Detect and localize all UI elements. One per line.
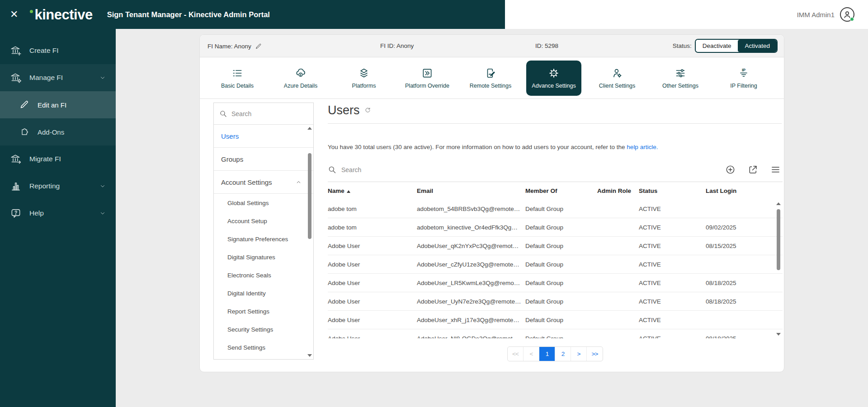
layers-icon (358, 67, 370, 79)
settings-nav-panel: Users Groups Account Settings Global Set… (213, 103, 314, 360)
subnav-signature-preferences[interactable]: Signature Preferences (214, 230, 313, 248)
sidebar-item-edit-an-fi[interactable]: Edit an FI (0, 91, 116, 118)
tab-basic-details[interactable]: Basic Details (210, 61, 265, 96)
info-text: You have 30 total users (30 are active).… (328, 144, 627, 150)
tab-platform-override[interactable]: Platform Override (400, 61, 455, 96)
column-header-name[interactable]: Name (328, 187, 417, 194)
sidebar-item-reporting[interactable]: Reporting (0, 173, 116, 200)
subnav-report-settings[interactable]: Report Settings (214, 302, 313, 320)
subnav-global-settings[interactable]: Global Settings (214, 194, 313, 212)
cell-name: adobe tom (328, 224, 417, 231)
status-toggle: Deactivate Activated (695, 39, 778, 53)
cell-last-login: 08/18/2025 (706, 280, 783, 286)
table-row[interactable]: Adobe User AdobeUser_qK2nYxPc3Qg@remotes… (328, 237, 783, 255)
settings-nav-scrollbar[interactable] (307, 125, 313, 359)
refresh-icon[interactable] (364, 107, 371, 114)
list-icon (231, 67, 243, 79)
header-user-area: IMM Admin1 (505, 0, 868, 29)
tab-other-settings[interactable]: Other Settings (653, 61, 708, 96)
page-2-button[interactable]: 2 (555, 347, 571, 361)
cell-email: AdobeUser_xhR_j17e3Qg@remotesig... (417, 317, 525, 323)
cell-last-login: 08/18/2025 (706, 298, 783, 305)
sidebar-item-label: Reporting (29, 182, 60, 190)
cell-email: AdobeUser_cZfyU1ze3Qg@remotesig... (417, 261, 525, 268)
scroll-thumb[interactable] (777, 209, 780, 270)
table-row[interactable]: Adobe User AdobeUser_LR5KwmLe3Qg@remote.… (328, 274, 783, 292)
chevron-down-icon (99, 183, 106, 189)
page-prev-button[interactable]: < (524, 347, 539, 361)
table-row[interactable]: Adobe User AdobeUser_UyN7e2re3Qg@remotes… (328, 292, 783, 311)
scroll-up-arrow[interactable] (307, 127, 312, 130)
subnav-digital-identity[interactable]: Digital Identity (214, 284, 313, 302)
table-row[interactable]: Adobe User AdobeUser_Nl8-OGDe3Qg@remotes… (328, 329, 783, 338)
cell-status: ACTIVE (639, 280, 706, 286)
column-header-admin-role[interactable]: Admin Role (597, 187, 639, 194)
sidebar-item-add-ons[interactable]: Add-Ons (0, 118, 116, 145)
user-avatar[interactable] (840, 7, 854, 22)
cell-last-login: 08/15/2025 (706, 243, 783, 249)
page-next-button[interactable]: > (571, 347, 587, 361)
tab-azure-details[interactable]: Azure Details (273, 61, 328, 96)
subnav-label: Global Settings (227, 200, 269, 206)
help-article-link[interactable]: help article. (627, 144, 658, 150)
scroll-down-arrow[interactable] (776, 333, 781, 336)
table-scrollbar[interactable] (775, 201, 782, 337)
scroll-thumb[interactable] (308, 153, 311, 239)
subnav-account-setup[interactable]: Account Setup (214, 212, 313, 230)
table-row[interactable]: adobe tom adobetom_54BRBSvb3Qg@remotesig… (328, 200, 783, 218)
subnav-send-settings[interactable]: Send Settings (214, 338, 313, 356)
chevron-down-icon (99, 75, 106, 81)
menu-icon[interactable] (770, 164, 781, 175)
page-1-button[interactable]: 1 (539, 347, 555, 361)
sidebar-item-create-fi[interactable]: Create FI (0, 37, 116, 64)
tab-client-settings[interactable]: Client Settings (590, 61, 645, 96)
online-status-dot (850, 17, 854, 21)
brand-logo: kinective (30, 8, 92, 22)
scroll-down-arrow[interactable] (307, 354, 312, 357)
sidebar-item-manage-fi[interactable]: Manage FI (0, 64, 116, 91)
tab-advance-settings[interactable]: Advance Settings (526, 61, 581, 96)
page-last-button[interactable]: >> (587, 347, 603, 361)
cell-email: AdobeUser_Nl8-OGDe3Qg@remotesi... (417, 335, 525, 339)
table-row[interactable]: adobe tom adobetom_kinective_Or4edFfk3Qg… (328, 218, 783, 237)
settings-nav-item-account-settings[interactable]: Account Settings (214, 171, 313, 194)
sidebar-item-migrate-fi[interactable]: Migrate FI (0, 145, 116, 173)
subnav-security-settings[interactable]: Security Settings (214, 320, 313, 338)
edit-fi-name-icon[interactable] (255, 42, 262, 50)
sidebar-close-icon[interactable]: ✕ (10, 9, 18, 19)
subnav-label: Report Settings (227, 308, 269, 315)
subnav-electronic-seals[interactable]: Electronic Seals (214, 266, 313, 284)
settings-nav-item-groups[interactable]: Groups (214, 148, 313, 171)
subnav-digital-signatures[interactable]: Digital Signatures (214, 248, 313, 266)
cell-member-of: Default Group (525, 317, 597, 323)
column-header-member-of[interactable]: Member Of (525, 187, 597, 194)
users-title-row: Users (328, 103, 783, 117)
tab-remote-settings[interactable]: Remote Settings (463, 61, 518, 96)
activated-button[interactable]: Activated (738, 40, 777, 52)
column-header-status[interactable]: Status (639, 187, 706, 194)
sidebar-item-label: Migrate FI (29, 155, 61, 163)
fi-detail-card: FI Name: Anony FI ID: Anony ID: 5298 Sta… (199, 34, 784, 372)
settings-nav-item-users[interactable]: Users (214, 125, 313, 148)
deactivate-button[interactable]: Deactivate (696, 40, 738, 52)
column-header-last-login[interactable]: Last Login (706, 187, 783, 194)
cell-email: adobetom_54BRBSvb3Qg@remotesig... (417, 206, 525, 212)
cell-status: ACTIVE (639, 335, 706, 339)
tab-platforms[interactable]: Platforms (336, 61, 392, 96)
add-user-icon[interactable] (725, 164, 736, 175)
table-row[interactable]: Adobe User AdobeUser_xhR_j17e3Qg@remotes… (328, 311, 783, 329)
settings-search-input[interactable] (231, 110, 290, 117)
scroll-up-arrow[interactable] (776, 202, 781, 205)
bank-arrow-icon (10, 153, 22, 165)
users-table-body: adobe tom adobetom_54BRBSvb3Qg@remotesig… (328, 200, 783, 338)
cell-member-of: Default Group (525, 224, 597, 231)
table-row[interactable]: Adobe User AdobeUser_cZfyU1ze3Qg@remotes… (328, 255, 783, 274)
subnav-label: Account Setup (227, 218, 267, 225)
tab-ip-filtering[interactable]: IP IP Filtering (716, 61, 771, 96)
export-icon[interactable] (748, 164, 758, 175)
sidebar-item-help[interactable]: Help (0, 200, 116, 227)
page-first-button[interactable]: << (508, 347, 524, 361)
column-header-email[interactable]: Email (417, 187, 525, 194)
users-search-input[interactable] (341, 166, 486, 173)
tab-label: Azure Details (284, 83, 317, 89)
